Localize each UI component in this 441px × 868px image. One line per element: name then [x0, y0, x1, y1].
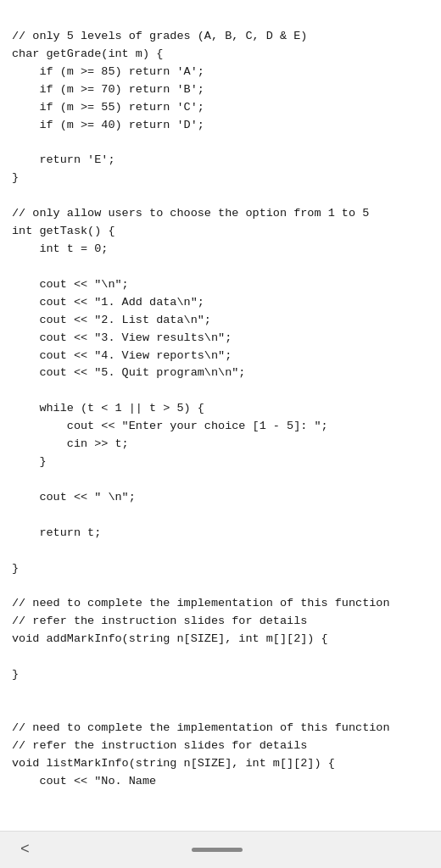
code-line: cout << "\n"; — [12, 276, 429, 294]
code-line: // only 5 levels of grades (A, B, C, D &… — [12, 28, 429, 46]
code-line — [12, 382, 429, 400]
code-line: // need to complete the implementation o… — [12, 720, 429, 737]
code-line: cout << "Enter your choice [1 - 5]: "; — [12, 418, 429, 436]
code-line: } — [12, 453, 429, 471]
code-editor: // only 5 levels of grades (A, B, C, D &… — [0, 0, 441, 831]
code-line: char getGrade(int m) { — [12, 46, 429, 64]
code-line: void addMarkInfo(string n[SIZE], int m[]… — [12, 631, 429, 648]
code-line: if (m >= 85) return 'A'; — [12, 64, 429, 81]
code-line: // refer the instruction slides for deta… — [12, 613, 429, 631]
code-line: cout << "3. View results\n"; — [12, 330, 429, 348]
code-line: return t; — [12, 525, 429, 542]
code-line — [12, 648, 429, 666]
code-line — [12, 187, 429, 205]
code-line: if (m >= 70) return 'B'; — [12, 81, 429, 99]
back-chevron-icon[interactable]: < — [20, 838, 30, 862]
code-line: int getTask() { — [12, 223, 429, 241]
code-line: } — [12, 170, 429, 187]
code-line — [12, 702, 429, 720]
code-line: if (m >= 40) return 'D'; — [12, 117, 429, 135]
code-line: cout << "2. List data\n"; — [12, 312, 429, 330]
code-line: void listMarkInfo(string n[SIZE], int m[… — [12, 755, 429, 773]
code-line: cin >> t; — [12, 436, 429, 453]
code-line: cout << "1. Add data\n"; — [12, 294, 429, 312]
bottom-navigation-bar: < — [0, 831, 441, 868]
code-line: if (m >= 55) return 'C'; — [12, 99, 429, 117]
code-line: cout << "5. Quit program\n\n"; — [12, 364, 429, 382]
code-line: cout << "4. View reports\n"; — [12, 348, 429, 365]
code-line: cout << " \n"; — [12, 489, 429, 507]
code-line — [12, 507, 429, 525]
code-line — [12, 134, 429, 152]
code-line: int t = 0; — [12, 241, 429, 259]
code-line: return 'E'; — [12, 152, 429, 170]
code-line — [12, 471, 429, 489]
code-line: // refer the instruction slides for deta… — [12, 737, 429, 755]
home-indicator[interactable] — [192, 848, 243, 852]
code-line — [12, 259, 429, 276]
code-line: // need to complete the implementation o… — [12, 595, 429, 613]
code-line: } — [12, 560, 429, 578]
code-line: } — [12, 666, 429, 684]
code-line — [12, 542, 429, 560]
code-line: while (t < 1 || t > 5) { — [12, 400, 429, 418]
code-line — [12, 578, 429, 596]
code-line: // only allow users to choose the option… — [12, 205, 429, 223]
code-line — [12, 684, 429, 702]
code-line: cout << "No. Name — [12, 773, 429, 791]
